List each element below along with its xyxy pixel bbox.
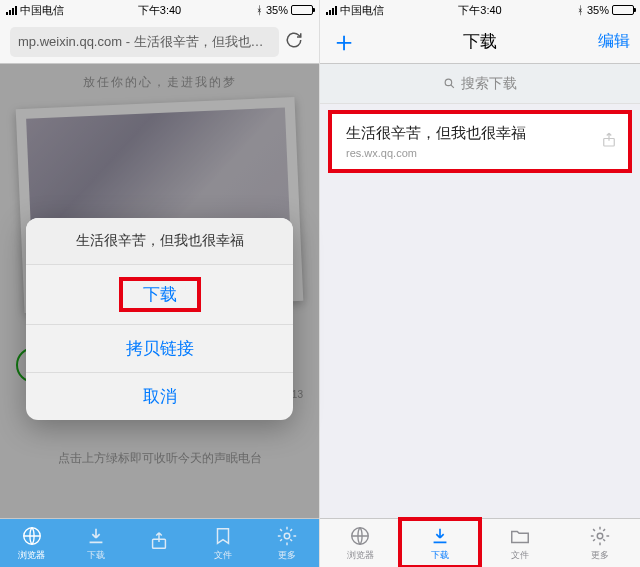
download-icon: [429, 525, 451, 547]
tab-label: 下载: [87, 549, 105, 562]
download-item-title: 生活很辛苦，但我也很幸福: [346, 124, 588, 143]
add-button[interactable]: ＋: [330, 23, 360, 61]
bookmark-icon: [212, 525, 234, 547]
bluetooth-icon: ᚼ: [577, 4, 584, 16]
downloads-content: 搜索下载 生活很辛苦，但我也很幸福 res.wx.qq.com: [320, 64, 640, 518]
share-icon: [148, 530, 170, 552]
globe-icon: [349, 525, 371, 547]
action-sheet: 生活很辛苦，但我也很幸福 下载 拷贝链接 取消: [26, 218, 293, 420]
sheet-download-button[interactable]: 下载: [26, 265, 293, 325]
tab-label: 文件: [511, 549, 529, 562]
svg-point-3: [445, 79, 452, 86]
battery-icon: [612, 5, 634, 15]
share-icon[interactable]: [600, 131, 618, 153]
tab-label: 文件: [214, 549, 232, 562]
battery-percent: 35%: [587, 4, 609, 16]
tab-files[interactable]: 文件: [191, 519, 255, 567]
right-screen: 中国电信 下午3:40 ᚼ 35% ＋ 下载 编辑 搜索下载 生活很辛苦，但我也…: [320, 0, 640, 567]
download-item[interactable]: 生活很辛苦，但我也很幸福 res.wx.qq.com: [328, 110, 632, 173]
tab-more[interactable]: 更多: [560, 519, 640, 567]
refresh-button[interactable]: [279, 31, 309, 53]
signal-icon: [6, 6, 17, 15]
download-item-source: res.wx.qq.com: [346, 147, 588, 159]
tab-download[interactable]: 下载: [64, 519, 128, 567]
tab-label: 更多: [591, 549, 609, 562]
clock-label: 下午3:40: [138, 3, 181, 18]
tab-label: 更多: [278, 549, 296, 562]
tab-bar: 浏览器 下载 文件 更多: [0, 518, 319, 567]
tab-browser[interactable]: 浏览器: [320, 519, 400, 567]
tab-label: 浏览器: [18, 549, 45, 562]
address-text: mp.weixin.qq.com - 生活很辛苦，但我也…: [18, 33, 264, 51]
nav-bar: mp.weixin.qq.com - 生活很辛苦，但我也…: [0, 20, 319, 64]
tab-bar: 浏览器 下载 文件 更多: [320, 518, 640, 567]
sheet-copy-button[interactable]: 拷贝链接: [26, 325, 293, 373]
tab-label: 浏览器: [347, 549, 374, 562]
carrier-label: 中国电信: [340, 3, 384, 18]
address-bar[interactable]: mp.weixin.qq.com - 生活很辛苦，但我也…: [10, 27, 279, 57]
clock-label: 下午3:40: [458, 3, 501, 18]
svg-point-6: [597, 533, 603, 539]
sheet-title: 生活很辛苦，但我也很幸福: [26, 218, 293, 265]
tab-files[interactable]: 文件: [480, 519, 560, 567]
search-bar[interactable]: 搜索下载: [320, 64, 640, 104]
search-placeholder: 搜索下载: [461, 75, 517, 93]
tab-share-center[interactable]: [128, 517, 192, 565]
gear-icon: [589, 525, 611, 547]
tab-more[interactable]: 更多: [255, 519, 319, 567]
highlight-download: 下载: [119, 277, 201, 312]
tab-browser[interactable]: 浏览器: [0, 519, 64, 567]
signal-icon: [326, 6, 337, 15]
folder-icon: [509, 525, 531, 547]
download-icon: [85, 525, 107, 547]
gear-icon: [276, 525, 298, 547]
status-bar: 中国电信 下午3:40 ᚼ 35%: [0, 0, 319, 20]
edit-button[interactable]: 编辑: [598, 31, 630, 52]
carrier-label: 中国电信: [20, 3, 64, 18]
battery-percent: 35%: [266, 4, 288, 16]
page-title: 下载: [463, 30, 497, 53]
globe-icon: [21, 525, 43, 547]
tab-download[interactable]: 下载: [400, 519, 480, 567]
left-screen: 中国电信 下午3:40 ᚼ 35% mp.weixin.qq.com - 生活很…: [0, 0, 320, 567]
sheet-cancel-button[interactable]: 取消: [26, 373, 293, 420]
status-bar: 中国电信 下午3:40 ᚼ 35%: [320, 0, 640, 20]
svg-point-2: [284, 533, 290, 539]
battery-icon: [291, 5, 313, 15]
search-icon: [443, 77, 456, 90]
bluetooth-icon: ᚼ: [256, 4, 263, 16]
refresh-icon: [285, 31, 303, 49]
tab-label: 下载: [431, 549, 449, 562]
nav-bar: ＋ 下载 编辑: [320, 20, 640, 64]
